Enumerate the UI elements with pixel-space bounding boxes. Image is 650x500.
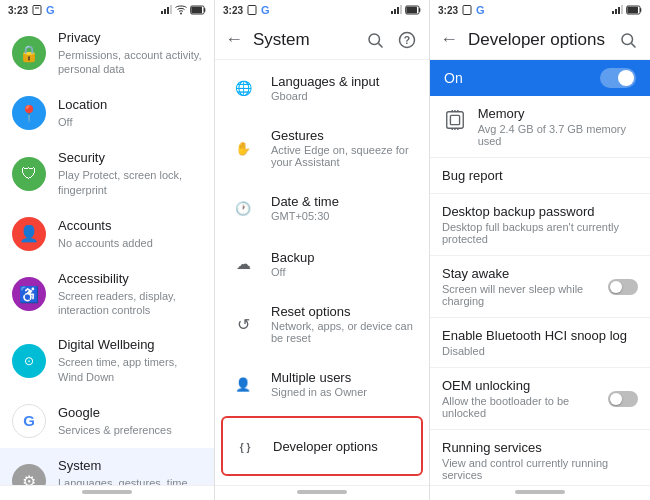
time-1: 3:23 xyxy=(8,5,28,16)
location-icon: 📍 xyxy=(12,96,46,130)
sys-item-datetime[interactable]: Date & time GMT+05:30 xyxy=(215,180,429,236)
time-2: 3:23 xyxy=(223,5,243,16)
sys-item-languages[interactable]: Languages & input Gboard xyxy=(215,60,429,116)
accounts-text: Accounts No accounts added xyxy=(58,218,202,250)
developer-toggle-switch[interactable] xyxy=(600,68,636,88)
home-indicator-2 xyxy=(297,490,347,494)
svg-rect-14 xyxy=(400,5,402,14)
settings-item-security[interactable]: 🛡 Security Play Protect, screen lock, fi… xyxy=(0,140,214,206)
sys-item-developer[interactable]: Developer options xyxy=(223,418,421,474)
help-button-2[interactable]: ? xyxy=(395,28,419,52)
backup-icon xyxy=(229,250,257,278)
dev-item-memory[interactable]: Memory Avg 2.4 GB of 3.7 GB memory used xyxy=(430,96,650,158)
svg-rect-29 xyxy=(627,7,638,14)
developer-top-bar: ← Developer options xyxy=(430,20,650,60)
system-subtitle: Languages, gestures, time, backup xyxy=(58,476,202,485)
languages-text: Languages & input Gboard xyxy=(271,74,415,102)
privacy-icon: 🔒 xyxy=(12,36,46,70)
datetime-title: Date & time xyxy=(271,194,415,209)
accounts-icon: 👤 xyxy=(12,217,46,251)
bottom-bar-1 xyxy=(0,485,214,500)
accounts-subtitle: No accounts added xyxy=(58,236,202,250)
stayawake-toggle[interactable] xyxy=(608,279,638,295)
dev-item-bluetooth[interactable]: Enable Bluetooth HCI snoop log Disabled xyxy=(430,318,650,368)
users-text: Multiple users Signed in as Owner xyxy=(271,370,415,398)
sys-item-gestures[interactable]: Gestures Active Edge on, squeeze for you… xyxy=(215,116,429,180)
google-icon: G xyxy=(12,404,46,438)
dev-item-running[interactable]: Running services View and control curren… xyxy=(430,430,650,485)
svg-text:?: ? xyxy=(404,33,410,45)
settings-item-location[interactable]: 📍 Location Off xyxy=(0,86,214,140)
wifi-icon-1 xyxy=(175,4,187,16)
reset-icon xyxy=(229,310,257,338)
developer-options-highlight: Developer options xyxy=(221,416,423,476)
svg-point-6 xyxy=(180,13,182,15)
system-panel: 3:23 G ← System ? Languages & input Gboa… xyxy=(215,0,430,500)
back-button-3[interactable]: ← xyxy=(440,29,458,50)
oem-toggle[interactable] xyxy=(608,391,638,407)
bottom-bar-3 xyxy=(430,485,650,500)
stayawake-subtitle: Screen will never sleep while charging xyxy=(442,283,608,307)
dev-item-oem[interactable]: OEM unlocking Allow the bootloader to be… xyxy=(430,368,650,430)
system-text: System Languages, gestures, time, backup xyxy=(58,458,202,485)
dev-item-desktopbackup[interactable]: Desktop backup password Desktop full bac… xyxy=(430,194,650,256)
svg-point-30 xyxy=(622,34,633,45)
g-logo-3: G xyxy=(476,4,485,16)
memory-chip-icon xyxy=(444,109,466,131)
system-icon: ⚙ xyxy=(12,464,46,485)
settings-item-privacy[interactable]: 🔒 Privacy Permissions, account activity,… xyxy=(0,20,214,86)
sys-item-users[interactable]: Multiple users Signed in as Owner xyxy=(215,356,429,412)
sys-item-reset[interactable]: Reset options Network, apps, or device c… xyxy=(215,292,429,356)
google-subtitle: Services & preferences xyxy=(58,423,202,437)
svg-rect-28 xyxy=(640,8,641,12)
dev-item-bugreport[interactable]: Bug report xyxy=(430,158,650,194)
bugreport-title: Bug report xyxy=(442,168,638,183)
backup-text: Backup Off xyxy=(271,250,415,278)
settings-item-wellbeing[interactable]: ⊙ Digital Wellbeing Screen time, app tim… xyxy=(0,327,214,393)
developer-toggle-bar[interactable]: On xyxy=(430,60,650,96)
status-bar-2: 3:23 G xyxy=(215,0,429,20)
settings-item-accounts[interactable]: 👤 Accounts No accounts added xyxy=(0,207,214,261)
reset-title: Reset options xyxy=(271,304,415,319)
search-button-3[interactable] xyxy=(616,28,640,52)
privacy-title: Privacy xyxy=(58,30,202,47)
g-logo-1: G xyxy=(46,4,55,16)
developer-icon xyxy=(231,432,259,460)
svg-rect-17 xyxy=(406,7,417,14)
svg-rect-26 xyxy=(621,5,623,14)
reset-subtitle: Network, apps, or device can be reset xyxy=(271,320,415,344)
accessibility-text: Accessibility Screen readers, display, i… xyxy=(58,271,202,317)
svg-rect-8 xyxy=(204,8,205,12)
languages-title: Languages & input xyxy=(271,74,415,89)
status-bar-1: 3:23 G xyxy=(0,0,214,20)
gestures-subtitle: Active Edge on, squeeze for your Assista… xyxy=(271,144,415,168)
svg-rect-32 xyxy=(447,112,464,129)
settings-item-system[interactable]: ⚙ System Languages, gestures, time, back… xyxy=(0,448,214,485)
back-button-2[interactable]: ← xyxy=(225,29,243,50)
search-icon-3 xyxy=(619,31,637,49)
desktopbackup-title: Desktop backup password xyxy=(442,204,638,219)
svg-rect-9 xyxy=(191,7,202,14)
sys-item-backup[interactable]: Backup Off xyxy=(215,236,429,292)
search-button-2[interactable] xyxy=(363,28,387,52)
system-panel-title: System xyxy=(253,30,363,50)
memory-title: Memory Avg 2.4 GB of 3.7 GB memory used xyxy=(478,106,638,147)
home-indicator-1 xyxy=(82,490,132,494)
settings-item-accessibility[interactable]: ♿ Accessibility Screen readers, display,… xyxy=(0,261,214,327)
backup-subtitle: Off xyxy=(271,266,415,278)
privacy-subtitle: Permissions, account activity, personal … xyxy=(58,48,202,77)
settings-item-google[interactable]: G Google Services & preferences xyxy=(0,394,214,448)
google-title: Google xyxy=(58,405,202,422)
svg-rect-5 xyxy=(170,5,172,14)
datetime-text: Date & time GMT+05:30 xyxy=(271,194,415,222)
sim-icon-3 xyxy=(461,4,473,16)
datetime-subtitle: GMT+05:30 xyxy=(271,210,415,222)
wellbeing-icon: ⊙ xyxy=(12,344,46,378)
svg-rect-22 xyxy=(463,6,471,15)
security-title: Security xyxy=(58,150,202,167)
battery-icon-3 xyxy=(626,5,642,15)
users-subtitle: Signed in as Owner xyxy=(271,386,415,398)
help-icon-2: ? xyxy=(398,31,416,49)
system-top-bar: ← System ? xyxy=(215,20,429,60)
dev-item-stayawake[interactable]: Stay awake Screen will never sleep while… xyxy=(430,256,650,318)
